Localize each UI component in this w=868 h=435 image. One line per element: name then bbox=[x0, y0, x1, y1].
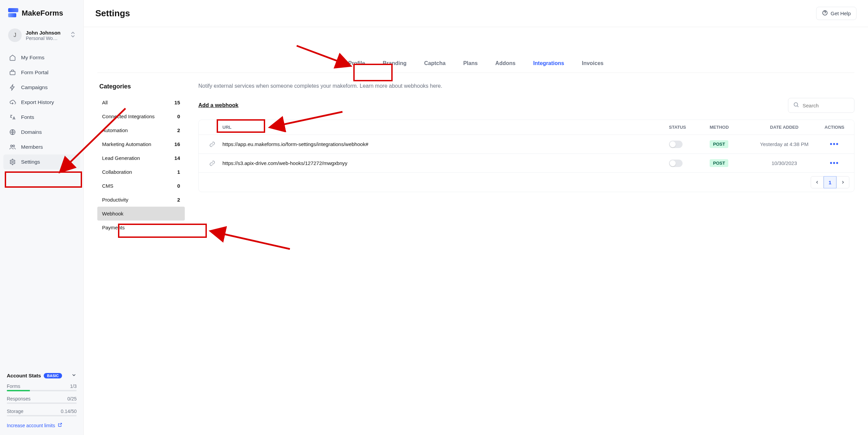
app-root: MakeForms J John Johnson Personal Wo… My… bbox=[0, 0, 868, 435]
pager-prev-button[interactable] bbox=[811, 176, 824, 188]
col-url: URL bbox=[222, 125, 669, 130]
workspace-user: John Johnson bbox=[26, 30, 66, 36]
method-cell: POST bbox=[710, 159, 750, 167]
header: Settings Get Help bbox=[84, 0, 868, 27]
brand-name: MakeForms bbox=[22, 9, 63, 18]
table-row: https://s3.apix-drive.com/web-hooks/1272… bbox=[199, 154, 854, 173]
sidebar-item-campaigns[interactable]: Campaigns bbox=[3, 80, 80, 95]
col-status: STATUS bbox=[669, 125, 710, 130]
cat-automation[interactable]: Automation2 bbox=[97, 123, 185, 137]
sidebar-item-fonts[interactable]: Fonts bbox=[3, 110, 80, 125]
get-help-button[interactable]: Get Help bbox=[816, 7, 856, 20]
panel-toolbar: Add a webhook bbox=[198, 98, 854, 113]
page-title: Settings bbox=[95, 8, 130, 19]
cat-cms[interactable]: CMS0 bbox=[97, 179, 185, 193]
brand: MakeForms bbox=[0, 7, 83, 24]
sidebar-item-label: Members bbox=[21, 144, 43, 150]
status-cell bbox=[669, 140, 710, 148]
cat-webhook[interactable]: Webhook bbox=[97, 207, 185, 221]
cat-all[interactable]: All15 bbox=[97, 96, 185, 109]
sidebar-item-form-portal[interactable]: Form Portal bbox=[3, 65, 80, 80]
pager-next-button[interactable] bbox=[836, 176, 849, 188]
increase-limits-link[interactable]: Increase account limits bbox=[7, 422, 77, 428]
status-toggle[interactable] bbox=[669, 160, 683, 167]
chevron-down-icon bbox=[71, 372, 77, 379]
row-actions-button[interactable]: ••• bbox=[818, 140, 851, 148]
pager-page-1[interactable]: 1 bbox=[824, 176, 836, 188]
sidebar-item-label: Campaigns bbox=[21, 84, 47, 90]
link-icon bbox=[202, 140, 222, 148]
cat-connected[interactable]: Connected Integrations0 bbox=[97, 109, 185, 123]
stat-forms: Forms1/3 bbox=[7, 384, 77, 391]
svg-point-4 bbox=[12, 161, 14, 163]
search-box[interactable] bbox=[788, 98, 854, 113]
svg-point-3 bbox=[13, 145, 15, 147]
sidebar-item-label: Settings bbox=[21, 159, 40, 165]
tab-branding[interactable]: Branding bbox=[381, 57, 408, 72]
col-actions: ACTIONS bbox=[818, 125, 851, 130]
svg-rect-0 bbox=[10, 71, 15, 75]
sidebar-item-label: Domains bbox=[21, 129, 42, 135]
sidebar-item-label: My Forms bbox=[21, 55, 44, 61]
tab-plans[interactable]: Plans bbox=[462, 57, 479, 72]
sidebar-item-label: Fonts bbox=[21, 114, 34, 120]
search-input[interactable] bbox=[803, 103, 849, 108]
help-icon bbox=[822, 10, 828, 17]
cat-collaboration[interactable]: Collaboration1 bbox=[97, 165, 185, 179]
account-stats: Account Stats BASIC Forms1/3 Responses0/… bbox=[0, 367, 83, 428]
sidebar-item-export-history[interactable]: Export History bbox=[3, 95, 80, 110]
description-text: Notify external services when someone co… bbox=[198, 83, 854, 89]
tab-profile[interactable]: Profile bbox=[347, 57, 367, 72]
sidebar: MakeForms J John Johnson Personal Wo… My… bbox=[0, 0, 84, 435]
url-cell: https://app.eu.makeforms.io/form-setting… bbox=[222, 140, 669, 148]
account-stats-header[interactable]: Account Stats BASIC bbox=[7, 372, 77, 379]
categories: Categories All15 Connected Integrations0… bbox=[97, 83, 185, 234]
sidebar-item-label: Export History bbox=[21, 99, 54, 105]
settings-tabs: Profile Branding Captcha Plans Addons In… bbox=[97, 57, 854, 73]
cloud-download-icon bbox=[9, 99, 16, 106]
cat-lead-generation[interactable]: Lead Generation14 bbox=[97, 151, 185, 165]
sidebar-item-domains[interactable]: Domains bbox=[3, 125, 80, 140]
sidebar-item-members[interactable]: Members bbox=[3, 140, 80, 154]
sidebar-item-settings[interactable]: Settings bbox=[3, 154, 80, 169]
tab-invoices[interactable]: Invoices bbox=[580, 57, 605, 72]
workspace-name: Personal Wo… bbox=[26, 36, 66, 41]
chevron-updown-icon bbox=[71, 31, 75, 39]
method-pill: POST bbox=[710, 159, 728, 167]
add-webhook-link[interactable]: Add a webhook bbox=[198, 102, 238, 108]
url-cell: https://s3.apix-drive.com/web-hooks/1272… bbox=[222, 159, 669, 167]
table-pagination: 1 bbox=[199, 173, 854, 192]
plan-pill: BASIC bbox=[44, 373, 62, 378]
tab-addons[interactable]: Addons bbox=[494, 57, 517, 72]
table-head: URL STATUS METHOD DATE ADDED ACTIONS bbox=[199, 120, 854, 135]
avatar: J bbox=[8, 28, 22, 42]
sidebar-item-label: Form Portal bbox=[21, 69, 48, 76]
categories-title: Categories bbox=[97, 83, 185, 90]
col-date: DATE ADDED bbox=[750, 125, 818, 130]
stat-responses: Responses0/25 bbox=[7, 396, 77, 404]
method-cell: POST bbox=[710, 140, 750, 148]
date-cell: 10/30/2023 bbox=[750, 159, 818, 167]
cat-marketing-automation[interactable]: Marketing Automation16 bbox=[97, 137, 185, 151]
users-icon bbox=[9, 144, 16, 150]
sidebar-item-my-forms[interactable]: My Forms bbox=[3, 50, 80, 65]
method-pill: POST bbox=[710, 140, 728, 148]
cat-payments[interactable]: Payments bbox=[97, 221, 185, 234]
globe-icon bbox=[9, 129, 16, 136]
row-actions-button[interactable]: ••• bbox=[818, 159, 851, 167]
stat-storage: Storage0.14/50 bbox=[7, 409, 77, 416]
svg-point-6 bbox=[794, 103, 798, 106]
home-icon bbox=[9, 54, 16, 61]
svg-point-2 bbox=[11, 145, 12, 147]
cat-productivity[interactable]: Productivity2 bbox=[97, 193, 185, 207]
brand-logo-icon bbox=[8, 8, 18, 18]
panel: Notify external services when someone co… bbox=[198, 83, 854, 234]
sidebar-nav: My Forms Form Portal Campaigns Export Hi… bbox=[0, 48, 83, 171]
briefcase-icon bbox=[9, 69, 16, 76]
workspace-switcher[interactable]: J John Johnson Personal Wo… bbox=[0, 24, 83, 48]
tab-captcha[interactable]: Captcha bbox=[423, 57, 447, 72]
webhook-table: URL STATUS METHOD DATE ADDED ACTIONS htt… bbox=[198, 120, 854, 192]
status-toggle[interactable] bbox=[669, 141, 683, 148]
translate-icon bbox=[9, 114, 16, 121]
tab-integrations[interactable]: Integrations bbox=[532, 57, 566, 72]
